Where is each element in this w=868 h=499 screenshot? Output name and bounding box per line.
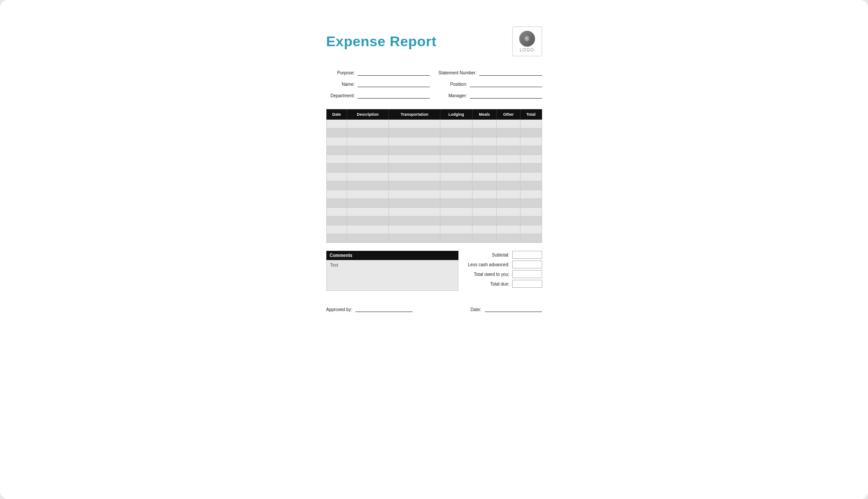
table-cell[interactable] [326, 199, 347, 208]
table-cell[interactable] [440, 172, 472, 181]
table-cell[interactable] [389, 146, 440, 155]
table-cell[interactable] [389, 225, 440, 234]
table-cell[interactable] [520, 225, 542, 234]
table-cell[interactable] [389, 128, 440, 137]
table-cell[interactable] [520, 190, 542, 199]
table-cell[interactable] [520, 216, 542, 225]
table-cell[interactable] [326, 225, 347, 234]
table-cell[interactable] [347, 190, 388, 199]
table-cell[interactable] [326, 137, 347, 146]
table-cell[interactable] [472, 146, 496, 155]
manager-input[interactable] [470, 92, 542, 99]
table-cell[interactable] [326, 164, 347, 172]
table-cell[interactable] [520, 146, 542, 155]
table-cell[interactable] [389, 208, 440, 216]
table-cell[interactable] [520, 120, 542, 128]
table-cell[interactable] [389, 164, 440, 172]
table-cell[interactable] [389, 190, 440, 199]
table-cell[interactable] [440, 181, 472, 190]
table-cell[interactable] [440, 137, 472, 146]
table-cell[interactable] [440, 225, 472, 234]
total-owed-input[interactable] [512, 270, 542, 278]
table-cell[interactable] [440, 128, 472, 137]
table-cell[interactable] [440, 120, 472, 128]
table-cell[interactable] [347, 216, 388, 225]
table-cell[interactable] [347, 225, 388, 234]
table-cell[interactable] [472, 137, 496, 146]
table-cell[interactable] [347, 234, 388, 243]
table-cell[interactable] [520, 199, 542, 208]
table-cell[interactable] [440, 190, 472, 199]
table-cell[interactable] [347, 172, 388, 181]
table-cell[interactable] [347, 137, 388, 146]
table-cell[interactable] [389, 216, 440, 225]
table-cell[interactable] [520, 234, 542, 243]
less-cash-input[interactable] [512, 261, 542, 268]
table-cell[interactable] [389, 172, 440, 181]
table-cell[interactable] [440, 164, 472, 172]
table-cell[interactable] [326, 208, 347, 216]
table-cell[interactable] [520, 208, 542, 216]
table-cell[interactable] [440, 146, 472, 155]
table-cell[interactable] [497, 137, 521, 146]
table-cell[interactable] [497, 164, 521, 172]
approved-by-input[interactable] [355, 305, 413, 312]
table-cell[interactable] [472, 199, 496, 208]
table-cell[interactable] [472, 172, 496, 181]
table-cell[interactable] [326, 120, 347, 128]
name-input[interactable] [358, 80, 430, 87]
table-cell[interactable] [326, 216, 347, 225]
subtotal-input[interactable] [512, 251, 542, 259]
table-cell[interactable] [497, 234, 521, 243]
table-cell[interactable] [497, 190, 521, 199]
table-cell[interactable] [440, 199, 472, 208]
table-cell[interactable] [326, 181, 347, 190]
table-cell[interactable] [497, 128, 521, 137]
date-input[interactable] [485, 305, 542, 312]
table-cell[interactable] [389, 234, 440, 243]
table-cell[interactable] [347, 164, 388, 172]
table-cell[interactable] [472, 216, 496, 225]
table-cell[interactable] [347, 208, 388, 216]
table-cell[interactable] [497, 120, 521, 128]
table-cell[interactable] [497, 146, 521, 155]
table-cell[interactable] [389, 137, 440, 146]
position-input[interactable] [470, 80, 542, 87]
table-cell[interactable] [440, 234, 472, 243]
table-cell[interactable] [497, 199, 521, 208]
table-cell[interactable] [440, 155, 472, 164]
table-cell[interactable] [389, 120, 440, 128]
table-cell[interactable] [472, 155, 496, 164]
table-cell[interactable] [497, 155, 521, 164]
table-cell[interactable] [440, 216, 472, 225]
table-cell[interactable] [520, 137, 542, 146]
table-cell[interactable] [497, 172, 521, 181]
table-cell[interactable] [347, 155, 388, 164]
table-cell[interactable] [347, 146, 388, 155]
table-cell[interactable] [326, 234, 347, 243]
table-cell[interactable] [472, 181, 496, 190]
table-cell[interactable] [440, 208, 472, 216]
table-cell[interactable] [497, 216, 521, 225]
department-input[interactable] [358, 92, 430, 99]
table-cell[interactable] [472, 120, 496, 128]
table-cell[interactable] [389, 181, 440, 190]
table-cell[interactable] [472, 234, 496, 243]
table-cell[interactable] [497, 181, 521, 190]
table-cell[interactable] [326, 190, 347, 199]
statement-number-input[interactable] [479, 69, 542, 76]
purpose-input[interactable] [358, 69, 430, 76]
table-cell[interactable] [520, 181, 542, 190]
table-cell[interactable] [326, 146, 347, 155]
table-cell[interactable] [347, 199, 388, 208]
table-cell[interactable] [497, 225, 521, 234]
table-cell[interactable] [520, 164, 542, 172]
table-cell[interactable] [520, 128, 542, 137]
table-cell[interactable] [347, 120, 388, 128]
table-cell[interactable] [389, 199, 440, 208]
table-cell[interactable] [472, 190, 496, 199]
table-cell[interactable] [389, 155, 440, 164]
table-cell[interactable] [472, 208, 496, 216]
table-cell[interactable] [520, 155, 542, 164]
table-cell[interactable] [347, 181, 388, 190]
